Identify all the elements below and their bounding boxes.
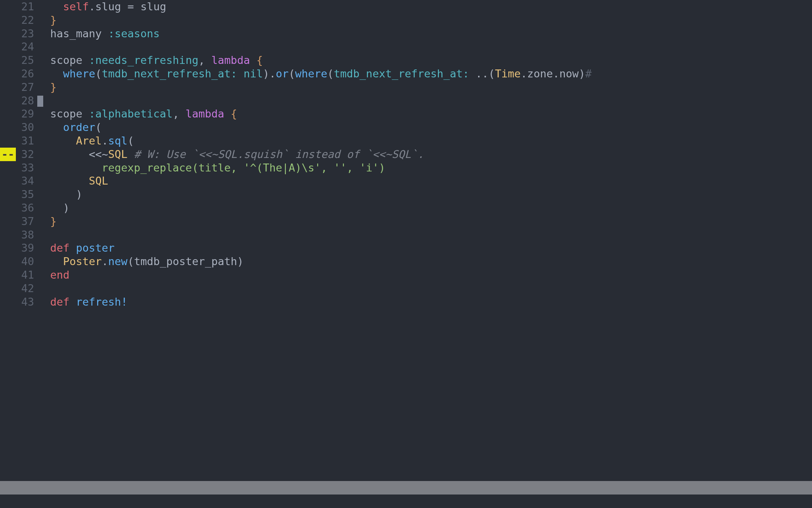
token-punc: (	[128, 135, 134, 147]
token-punc: )	[237, 255, 243, 267]
token-punc-y: {	[257, 54, 263, 66]
sign-cell	[0, 255, 16, 268]
token-plain	[37, 269, 50, 281]
code-line[interactable]: regexp_replace(title, '^(The|A)\s', '', …	[37, 161, 812, 175]
token-fn: or	[276, 67, 289, 80]
line-number: 31	[16, 134, 34, 148]
line-number: 40	[16, 255, 34, 268]
sign-cell	[0, 40, 16, 54]
token-punc: (	[95, 67, 102, 80]
token-punc: ).	[263, 67, 276, 80]
token-punc: )	[63, 202, 69, 214]
token-kw: end	[50, 269, 70, 281]
line-number: 27	[16, 81, 34, 94]
warning-sign: --	[0, 148, 16, 161]
sign-cell	[0, 54, 16, 67]
sign-cell	[0, 201, 16, 215]
token-plain	[237, 67, 243, 80]
code-line[interactable]: def poster	[37, 241, 812, 255]
token-plain	[224, 108, 230, 120]
code-line[interactable]: }	[37, 215, 812, 228]
code-line[interactable]: <<~SQL # W: Use `<<~SQL.squish` instead …	[37, 148, 812, 161]
token-punc-y: }	[50, 81, 57, 93]
token-punc: ..	[475, 67, 488, 80]
token-sym: tmdb_next_refresh_at:	[102, 67, 237, 80]
sign-cell	[0, 94, 16, 108]
token-punc-y: {	[231, 108, 237, 120]
code-line[interactable]: }	[37, 13, 812, 27]
line-number: 32	[16, 148, 34, 161]
code-area[interactable]: -- 2122232425262728293031323334353637383…	[0, 0, 812, 481]
token-punc: <<~	[89, 148, 108, 160]
sign-cell	[0, 174, 16, 188]
token-plain	[69, 242, 76, 254]
line-number: 39	[16, 241, 34, 255]
token-plain	[37, 135, 76, 147]
line-number: 43	[16, 295, 34, 309]
sign-cell	[0, 215, 16, 228]
token-punc: )	[579, 67, 585, 80]
code-line[interactable]: }	[37, 81, 812, 94]
token-const: SQL	[108, 148, 128, 160]
code-line[interactable]: scope :needs_refreshing, lambda {	[37, 54, 812, 67]
token-sym: nil	[243, 67, 263, 80]
token-plain: has_many	[37, 27, 108, 40]
code-line[interactable]: Poster.new(tmdb_poster_path)	[37, 255, 812, 268]
token-plain	[37, 121, 63, 133]
token-const: Time	[495, 67, 521, 80]
sign-cell	[0, 188, 16, 201]
token-plain	[37, 255, 63, 267]
code-line[interactable]	[37, 282, 812, 295]
line-number: 35	[16, 188, 34, 201]
code-line[interactable]	[37, 94, 812, 108]
code-line[interactable]: SQL	[37, 174, 812, 188]
token-punc: .	[102, 255, 108, 267]
token-plain	[37, 242, 50, 254]
sign-cell	[0, 81, 16, 94]
token-plain	[37, 14, 50, 26]
code-line[interactable]: Arel.sql(	[37, 134, 812, 148]
code-line[interactable]: scope :alphabetical, lambda {	[37, 107, 812, 121]
token-punc: (	[128, 255, 134, 267]
token-const: SQL	[89, 175, 108, 187]
line-number: 33	[16, 161, 34, 175]
code-line[interactable]: self.slug = slug	[37, 0, 812, 13]
code-line[interactable]	[37, 40, 812, 54]
code-line[interactable]: has_many :seasons	[37, 27, 812, 40]
line-number: 29	[16, 107, 34, 121]
token-punc: (	[327, 67, 334, 80]
code-editor[interactable]: -- 2122232425262728293031323334353637383…	[0, 0, 812, 508]
token-plain	[69, 296, 76, 308]
sign-cell	[0, 241, 16, 255]
line-number-gutter: 2122232425262728293031323334353637383940…	[16, 0, 37, 481]
token-punc: =	[128, 0, 134, 13]
code-line[interactable]: end	[37, 268, 812, 282]
line-number: 36	[16, 201, 34, 215]
token-punc-y: }	[50, 215, 57, 227]
line-number: 24	[16, 40, 34, 54]
code-line[interactable]: order(	[37, 121, 812, 134]
token-plain	[37, 296, 50, 308]
sign-cell	[0, 295, 16, 309]
code-line[interactable]: where(tmdb_next_refresh_at: nil).or(wher…	[37, 67, 812, 81]
token-plain: slug	[134, 0, 166, 13]
token-plain: zone	[527, 67, 553, 80]
token-plain	[37, 67, 63, 80]
code-line[interactable]: def refresh!	[37, 295, 812, 309]
line-number: 21	[16, 0, 34, 13]
code-line[interactable]	[37, 228, 812, 242]
code-line[interactable]: )	[37, 188, 812, 201]
token-plain	[37, 0, 63, 13]
line-number: 26	[16, 67, 34, 81]
command-line[interactable]	[0, 495, 812, 508]
token-punc-y: }	[50, 14, 57, 26]
code-line[interactable]: )	[37, 201, 812, 215]
token-punc: .	[89, 0, 95, 13]
line-number: 22	[16, 13, 34, 27]
sign-cell	[0, 228, 16, 242]
token-punc: ,	[172, 108, 186, 120]
code-content[interactable]: self.slug = slug } has_many :seasons sco…	[37, 0, 812, 481]
sign-cell	[0, 268, 16, 282]
token-fn: order	[63, 121, 95, 133]
token-punc: (	[488, 67, 495, 80]
